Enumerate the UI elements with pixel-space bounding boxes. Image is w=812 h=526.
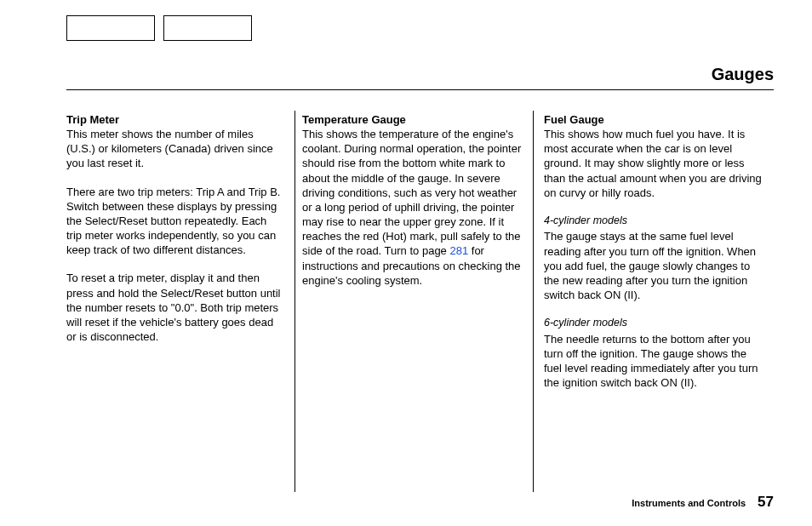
page-link-281[interactable]: 281	[449, 244, 468, 257]
temp-gauge-heading: Temperature Gauge	[302, 113, 406, 126]
fuel-gauge-block-1: Fuel Gauge This shows how much fuel you …	[544, 112, 767, 200]
page: Gauges Trip Meter This meter shows the n…	[0, 0, 812, 526]
footer-section: Instruments and Controls	[632, 498, 746, 508]
column-fuel-gauge: Fuel Gauge This shows how much fuel you …	[544, 112, 767, 390]
fuel-gauge-p3: The needle returns to the bottom after y…	[544, 332, 767, 391]
fuel-gauge-p1: This shows how much fuel you have. It is…	[544, 128, 762, 199]
title-row: Gauges	[66, 65, 774, 90]
nav-box-prev[interactable]	[66, 15, 155, 41]
fuel-gauge-heading: Fuel Gauge	[544, 113, 604, 126]
column-trip-meter: Trip Meter This meter shows the number o…	[66, 112, 283, 390]
trip-meter-p1: This meter shows the number of miles (U.…	[66, 128, 273, 169]
trip-meter-p2: There are two trip meters: Trip A and Tr…	[66, 185, 283, 258]
columns: Trip Meter This meter shows the number o…	[66, 112, 774, 390]
fuel-gauge-p2: The gauge stays at the same fuel level r…	[544, 229, 767, 302]
trip-meter-heading: Trip Meter	[66, 113, 119, 126]
footer: Instruments and Controls 57	[632, 494, 774, 511]
top-boxes	[66, 15, 774, 41]
column-temperature-gauge: Temperature Gauge This shows the tempera…	[302, 112, 525, 390]
subhead-6cyl: 6-cylinder models	[544, 316, 767, 330]
nav-box-next[interactable]	[163, 15, 252, 41]
column-divider-2	[533, 111, 534, 492]
page-title: Gauges	[712, 65, 774, 84]
trip-meter-block-1: Trip Meter This meter shows the number o…	[66, 112, 283, 171]
temp-gauge-block: Temperature Gauge This shows the tempera…	[302, 112, 525, 288]
temp-gauge-text-a: This shows the temperature of the engine…	[302, 128, 521, 257]
trip-meter-p3: To reset a trip meter, display it and th…	[66, 271, 283, 344]
column-divider-1	[294, 111, 295, 492]
subhead-4cyl: 4-cylinder models	[544, 214, 767, 228]
page-number: 57	[758, 494, 774, 511]
